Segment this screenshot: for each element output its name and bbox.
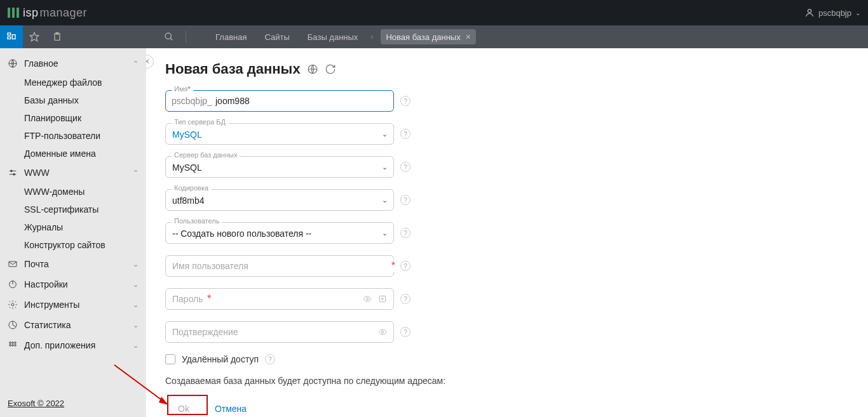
svg-point-22: [10, 345, 11, 347]
sidebar-item-domains[interactable]: Доменные имена: [0, 145, 146, 162]
eye-icon[interactable]: [377, 328, 388, 336]
confirm-input[interactable]: [165, 321, 394, 343]
breadcrumb-sites[interactable]: Сайты: [259, 30, 294, 44]
server-select[interactable]: MySQL: [165, 156, 394, 178]
svg-rect-14: [9, 261, 17, 267]
svg-point-24: [15, 345, 17, 347]
star-icon: [29, 32, 39, 42]
help-icon[interactable]: ?: [400, 261, 410, 271]
sidebar-item-databases[interactable]: Базы данных: [0, 91, 146, 109]
grid-icon: [8, 340, 18, 350]
username-label: pscbqbjp: [818, 8, 851, 18]
favorites-button[interactable]: [23, 25, 46, 48]
breadcrumb-databases[interactable]: Базы данных: [302, 30, 363, 44]
nav-tree-button[interactable]: [0, 25, 23, 48]
svg-point-23: [12, 345, 14, 347]
name-label: Имя*: [172, 85, 193, 93]
svg-point-20: [12, 342, 14, 344]
close-panel-button[interactable]: ✕: [146, 55, 154, 69]
help-icon[interactable]: ?: [400, 228, 410, 238]
sidebar-item-ftpusers[interactable]: FTP-пользователи: [0, 127, 146, 145]
sidebar-section-main[interactable]: Главное ⌃: [0, 53, 146, 74]
type-select[interactable]: MySQL: [165, 123, 394, 145]
svg-point-7: [165, 33, 171, 39]
help-icon[interactable]: ?: [400, 294, 410, 304]
sidebar-item-logs[interactable]: Журналы: [0, 218, 146, 236]
help-icon[interactable]: ?: [400, 195, 410, 205]
sidebar-section-stats[interactable]: Статистика ⌄: [0, 315, 146, 335]
svg-rect-2: [8, 37, 11, 39]
footer-link[interactable]: Exosoft © 2022: [8, 399, 64, 408]
help-icon[interactable]: ?: [265, 354, 275, 364]
sliders-icon: [8, 168, 18, 178]
help-icon[interactable]: ?: [400, 129, 410, 139]
svg-point-17: [11, 303, 14, 306]
svg-rect-3: [12, 35, 15, 39]
chevron-down-icon: ⌄: [133, 321, 139, 329]
pie-icon: [8, 320, 18, 330]
svg-line-8: [170, 38, 172, 40]
sidebar-section-www[interactable]: WWW ⌃: [0, 162, 146, 183]
chevron-down-icon: ⌄: [133, 281, 139, 289]
logo-bars-icon: [8, 8, 19, 18]
required-mark: *: [390, 260, 397, 272]
ok-button[interactable]: Ok: [165, 399, 202, 417]
chevron-up-icon: ⌃: [133, 169, 139, 177]
sidebar-item-filemanager[interactable]: Менеджер файлов: [0, 74, 146, 91]
generate-icon[interactable]: [377, 295, 388, 303]
user-icon: [804, 8, 815, 18]
clipboard-button[interactable]: [46, 25, 69, 48]
sidebar: Главное ⌃ Менеджер файлов Базы данных Пл…: [0, 48, 146, 417]
sidebar-item-sitebuilder[interactable]: Конструктор сайтов: [0, 236, 146, 254]
search-button[interactable]: [158, 25, 180, 48]
help-icon[interactable]: ?: [400, 96, 410, 106]
remote-label: Удалённый доступ: [182, 354, 259, 364]
breadcrumb-current[interactable]: Новая база данных ×: [381, 29, 476, 44]
close-icon[interactable]: ×: [466, 32, 471, 42]
divider: [186, 31, 186, 43]
search-icon: [164, 32, 174, 42]
svg-marker-4: [30, 32, 38, 41]
encoding-select[interactable]: utf8mb4: [165, 189, 394, 211]
type-label: Тип сервера БД: [172, 118, 228, 126]
svg-point-19: [10, 342, 11, 344]
refresh-icon[interactable]: [325, 63, 336, 75]
power-icon: [8, 279, 18, 289]
sidebar-section-mail[interactable]: Почта ⌄: [0, 254, 146, 274]
help-icon[interactable]: ?: [400, 327, 410, 337]
sidebar-mail-title: Почта: [24, 259, 133, 269]
content-panel: ✕ Новая база данных Имя* pscbqbjp_ ? Тип…: [146, 48, 868, 417]
globe-icon: [8, 58, 18, 69]
sidebar-item-wwwdomains[interactable]: WWW-домены: [0, 183, 146, 201]
sidebar-item-scheduler[interactable]: Планировщик: [0, 109, 146, 127]
sidebar-section-tools[interactable]: Инструменты ⌄: [0, 295, 146, 315]
password-input[interactable]: [165, 288, 394, 310]
page-title: Новая база данных: [165, 61, 849, 77]
chevron-down-icon: ⌄: [855, 10, 860, 17]
breadcrumb-home[interactable]: Главная: [210, 30, 252, 44]
page-title-text: Новая база данных: [165, 61, 301, 77]
chevron-down-icon: ⌄: [133, 301, 139, 309]
mail-icon: [8, 259, 18, 269]
sidebar-item-sslcerts[interactable]: SSL-сертификаты: [0, 201, 146, 218]
user-menu[interactable]: pscbqbjp ⌄: [804, 8, 860, 18]
sidebar-section-apps[interactable]: Доп. приложения ⌄: [0, 335, 146, 355]
svg-point-0: [808, 10, 811, 13]
tree-icon: [6, 32, 17, 42]
required-mark: *: [207, 293, 211, 305]
user-select[interactable]: -- Создать нового пользователя --: [165, 222, 394, 244]
svg-point-12: [11, 170, 13, 172]
name-input[interactable]: [165, 90, 394, 112]
eye-icon[interactable]: [362, 295, 372, 303]
cancel-button[interactable]: Отмена: [215, 404, 247, 414]
user-label: Пользователь: [172, 217, 222, 225]
logo[interactable]: ispmanager: [8, 6, 87, 20]
sidebar-apps-title: Доп. приложения: [24, 340, 133, 350]
sidebar-settings-title: Настройки: [24, 279, 133, 289]
globe-icon[interactable]: [307, 63, 318, 75]
breadcrumb-current-label: Новая база данных: [386, 32, 460, 42]
help-icon[interactable]: ?: [400, 162, 410, 172]
remote-checkbox[interactable]: [165, 354, 175, 364]
username-input[interactable]: [165, 255, 394, 277]
sidebar-section-settings[interactable]: Настройки ⌄: [0, 274, 146, 295]
